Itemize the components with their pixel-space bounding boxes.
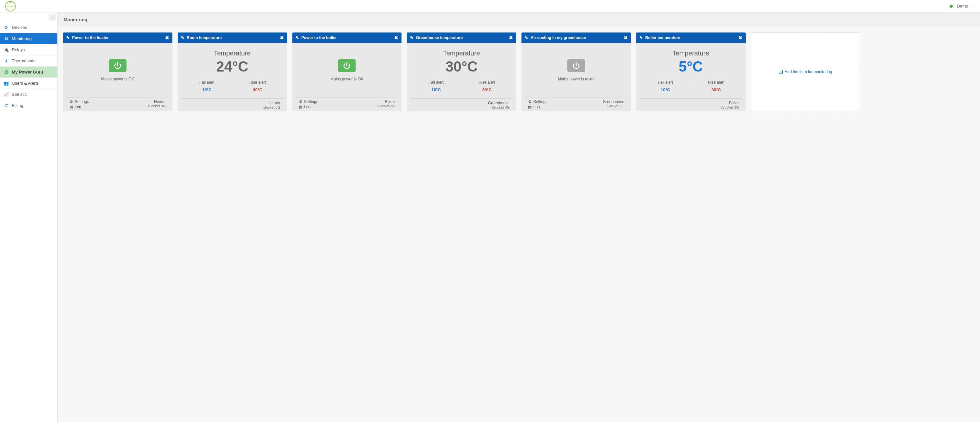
- settings-link[interactable]: ⚙ Settings: [528, 99, 547, 104]
- close-icon[interactable]: ✖: [165, 35, 169, 40]
- fall-alert-label: Fall alert: [413, 80, 459, 86]
- add-monitoring-item[interactable]: + Add the item for monitoring: [751, 32, 861, 111]
- card-title: Greenhouse temperature: [416, 35, 463, 40]
- device-model: iSocket 3G: [148, 104, 166, 108]
- alert-row: Fall alert 10°C Rise alert 30°C: [181, 80, 283, 92]
- power-status-text: Mains power is OK: [101, 77, 134, 82]
- sidebar-item-label: Statistic: [12, 92, 27, 97]
- sidebar-item-monitoring[interactable]: 🖥 Monitoring: [0, 33, 57, 44]
- sidebar-item-billing[interactable]: 🏷 Billing: [0, 100, 57, 111]
- fall-alert-label: Fall alert: [184, 80, 230, 86]
- sidebar-item-power-guru[interactable]: ⏻ My Power Guru: [0, 67, 57, 78]
- gears-icon: ⚙: [4, 25, 8, 30]
- gear-icon: ⚙: [70, 99, 73, 104]
- card-title: Power to the boiler: [302, 35, 337, 40]
- settings-label: Settings: [533, 99, 547, 104]
- plug-icon: 🔌: [4, 47, 8, 52]
- card-title: Power to the heater: [72, 35, 108, 40]
- sidebar-item-statistic[interactable]: 📈 Statistic: [0, 89, 57, 100]
- card-footer: Boiler iSocket 3G: [640, 98, 742, 111]
- edit-icon[interactable]: ✎: [525, 35, 528, 40]
- sidebar-item-thermostats[interactable]: 🌡 Thermostats: [0, 56, 57, 67]
- temperature-value: 5°C: [679, 58, 703, 75]
- close-icon[interactable]: ✖: [509, 35, 513, 40]
- log-label: Log: [75, 105, 81, 109]
- thermometer-icon: 🌡: [4, 58, 8, 63]
- power-status-icon: [109, 59, 127, 72]
- settings-label: Settings: [75, 99, 89, 104]
- monitoring-card: ✎ Room temperature ✖ Temperature 24°C Fa…: [178, 32, 287, 111]
- plus-icon: +: [779, 70, 783, 74]
- log-icon: ▤: [70, 105, 73, 109]
- rise-alert-label: Rise alert: [235, 80, 280, 86]
- close-icon[interactable]: ✖: [624, 35, 628, 40]
- card-header: ✎ Room temperature ✖: [178, 32, 287, 43]
- monitoring-card: ✎ Greenhouse temperature ✖ Temperature 3…: [407, 32, 516, 111]
- temperature-value: 24°C: [216, 58, 248, 75]
- chevron-down-icon: ⌄: [972, 4, 975, 8]
- alert-row: Fall alert 10°C Rise alert 30°C: [640, 80, 742, 92]
- rise-alert-label: Rise alert: [464, 80, 510, 86]
- edit-icon[interactable]: ✎: [640, 35, 643, 40]
- card-footer: ⚙ Settings ▤ Log Boiler iSocket 3G: [296, 97, 399, 111]
- log-link[interactable]: ▤ Log: [299, 105, 318, 109]
- add-item-label: Add the item for monitoring: [785, 70, 832, 74]
- edit-icon[interactable]: ✎: [410, 35, 413, 40]
- sidebar-item-label: Devices: [12, 25, 27, 30]
- card-footer: ⚙ Settings ▤ Log Greenhouse iSocket 3G: [525, 97, 628, 111]
- settings-link[interactable]: ⚙ Settings: [70, 99, 89, 104]
- card-footer: Heater iSocket 3G: [181, 98, 284, 111]
- power-status-text: Mains power is failed: [558, 77, 595, 82]
- card-title: Air cooling in my greenhouse: [531, 35, 586, 40]
- fall-alert-value: 10°C: [413, 87, 459, 92]
- monitoring-card: ✎ Boiler temperature ✖ Temperature 5°C F…: [636, 32, 746, 111]
- sidebar-item-label: Relays: [12, 47, 25, 52]
- sidebar-item-devices[interactable]: ⚙ Devices: [0, 22, 57, 33]
- card-header: ✎ Power to the boiler ✖: [292, 32, 402, 43]
- power-status-text: Mains power is OK: [330, 77, 363, 82]
- close-icon[interactable]: ✖: [738, 35, 742, 40]
- rise-alert-value: 30°C: [464, 87, 510, 92]
- card-title: Room temperature: [187, 35, 222, 40]
- close-icon[interactable]: ✖: [394, 35, 398, 40]
- user-menu[interactable]: Demo ⌄: [950, 3, 975, 8]
- chevron-left-icon: ‹: [51, 16, 52, 19]
- device-name: Boiler: [377, 99, 395, 104]
- alert-row: Fall alert 10°C Rise alert 30°C: [411, 80, 512, 92]
- sidebar-item-label: Users & Alerts: [12, 81, 39, 86]
- sidebar-collapse[interactable]: ‹ ›: [0, 13, 57, 22]
- settings-label: Settings: [304, 99, 318, 104]
- monitoring-card: ✎ Power to the heater ✖ Mains power is O…: [63, 32, 172, 111]
- card-footer: Greenhouse iSocket 3G: [410, 98, 513, 111]
- settings-link[interactable]: ⚙ Settings: [299, 99, 318, 104]
- rise-alert-value: 30°C: [235, 87, 280, 92]
- card-footer: ⚙ Settings ▤ Log Heater iSocket 3G: [66, 97, 169, 111]
- device-model: iSocket 3G: [488, 105, 510, 109]
- sidebar-item-relays[interactable]: 🔌 Relays: [0, 44, 57, 56]
- sidebar-item-users-alerts[interactable]: 👥 Users & Alerts: [0, 78, 57, 89]
- temperature-label: Temperature: [443, 50, 480, 57]
- device-model: iSocket 3G: [721, 105, 739, 109]
- monitor-icon: 🖥: [4, 36, 8, 41]
- edit-icon[interactable]: ✎: [66, 35, 70, 40]
- card-body: Temperature 30°C Fall alert 10°C Rise al…: [407, 43, 516, 98]
- log-icon: ▤: [299, 105, 302, 109]
- log-label: Log: [304, 105, 311, 109]
- edit-icon[interactable]: ✎: [181, 35, 184, 40]
- power-status-icon: [567, 59, 585, 72]
- power-icon: ⏻: [4, 70, 8, 75]
- logo[interactable]: iSocket: [5, 1, 16, 11]
- fall-alert-value: 10°C: [184, 87, 230, 92]
- fall-alert-value: 10°C: [643, 87, 688, 92]
- log-link[interactable]: ▤ Log: [70, 105, 89, 109]
- edit-icon[interactable]: ✎: [296, 35, 299, 40]
- card-title: Boiler temperature: [645, 35, 681, 40]
- log-link[interactable]: ▤ Log: [528, 105, 547, 109]
- chart-icon: 📈: [4, 92, 8, 97]
- device-model: iSocket 3G: [377, 104, 395, 108]
- sidebar: ‹ › ⚙ Devices 🖥 Monitoring 🔌 Relays 🌡 Th…: [0, 13, 58, 422]
- close-icon[interactable]: ✖: [280, 35, 284, 40]
- device-name: Heater: [148, 99, 166, 104]
- rise-alert-value: 30°C: [694, 87, 739, 92]
- page-header: Monitoring: [58, 13, 980, 27]
